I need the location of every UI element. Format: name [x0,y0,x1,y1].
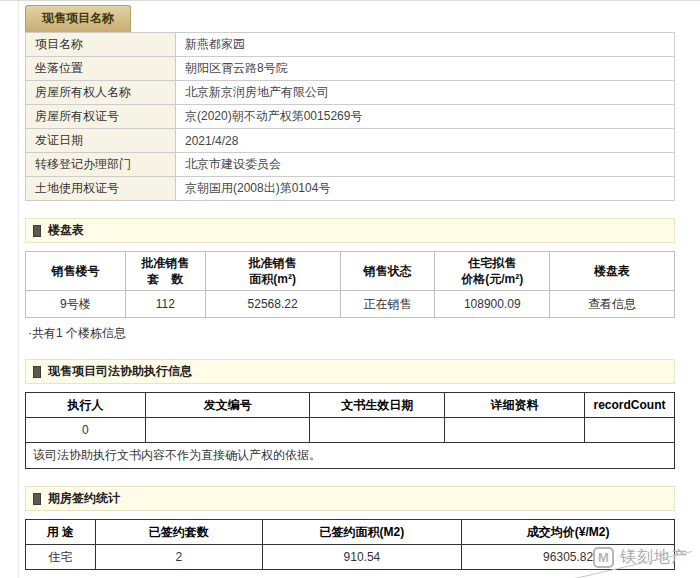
executor-cell: 0 [26,418,146,443]
view-info-link[interactable]: 查看信息 [588,297,636,311]
section-title: 楼盘表 [48,222,84,239]
building-number-cell: 9号楼 [26,291,126,318]
info-label: 项目名称 [26,33,176,57]
column-header: 发文编号 [145,393,310,418]
tab-current-sale-project[interactable]: 现售项目名称 [25,5,131,32]
info-value: 京(2020)朝不动产权第0015269号 [176,105,675,129]
table-row: 坐落位置 朝阳区霄云路8号院 [26,57,675,81]
tab-label: 现售项目名称 [42,11,114,25]
presale-stats-section-header: 期房签约统计 [25,486,675,511]
column-header: 已签约面积(M2) [262,520,462,545]
judicial-info-section-header: 现售项目司法协助执行信息 [25,359,675,384]
section-title: 现售项目司法协助执行信息 [48,363,192,380]
column-header: 已签约套数 [95,520,262,545]
table-row: 项目名称 新燕都家园 [26,33,675,57]
approved-area-cell: 52568.22 [205,291,340,318]
usage-cell: 住宅 [26,545,96,570]
info-value: 朝阳区霄云路8号院 [176,57,675,81]
signed-area-cell: 910.54 [262,545,462,570]
info-label: 房屋所有权证号 [26,105,176,129]
content: 现售项目名称 项目名称 新燕都家园 坐落位置 朝阳区霄云路8号院 房屋所有权人名… [25,1,675,578]
watermark: M 镁刻地产 [593,547,688,568]
info-label: 转移登记办理部门 [26,153,176,177]
page: 现售项目名称 项目名称 新燕都家园 坐落位置 朝阳区霄云路8号院 房屋所有权人名… [0,0,700,578]
info-label: 坐落位置 [26,57,176,81]
left-rule-divider [18,1,19,578]
column-header: 批准销售 面积(m²) [205,252,340,291]
column-header: 执行人 [26,393,146,418]
planned-price-cell: 108900.09 [435,291,550,318]
column-header: 用 途 [26,520,96,545]
building-table: 销售楼号 批准销售 套 数 批准销售 面积(m²) 销售状态 住宅拟售 价格(元… [25,251,675,318]
judicial-table: 执行人 发文编号 文书生效日期 详细资料 recordCount 0 该司法协助… [25,392,675,469]
info-label: 土地使用权证号 [26,177,176,201]
column-header: 销售状态 [340,252,435,291]
table-row: 房屋所有权人名称 北京新京润房地产有限公司 [26,81,675,105]
table-header-row: 销售楼号 批准销售 套 数 批准销售 面积(m²) 销售状态 住宅拟售 价格(元… [26,252,675,291]
table-row: 土地使用权证号 京朝国用(2008出)第0104号 [26,177,675,201]
section-marker-icon [33,493,41,505]
section-title: 期房签约统计 [48,490,120,507]
section-marker-icon [33,366,41,378]
table-header-row: 执行人 发文编号 文书生效日期 详细资料 recordCount [26,393,675,418]
info-value: 新燕都家园 [176,33,675,57]
table-header-row: 用 途 已签约套数 已签约面积(M2) 成交均价(¥/M2) [26,520,675,545]
building-table-section-header: 楼盘表 [25,218,675,243]
view-info-cell: 查看信息 [550,291,675,318]
info-value: 2021/4/28 [176,129,675,153]
doc-number-cell [145,418,310,443]
table-row: 9号楼 112 52568.22 正在销售 108900.09 查看信息 [26,291,675,318]
building-count-note: ·共有1 个楼栋信息 [28,325,675,342]
column-header: 成交均价(¥/M2) [462,520,675,545]
table-row: 该司法协助执行文书内容不作为直接确认产权的依据。 [26,443,675,469]
effective-date-cell [310,418,445,443]
approved-units-cell: 112 [125,291,205,318]
column-header: 批准销售 套 数 [125,252,205,291]
info-value: 京朝国用(2008出)第0104号 [176,177,675,201]
table-row: 转移登记办理部门 北京市建设委员会 [26,153,675,177]
table-row: 发证日期 2021/4/28 [26,129,675,153]
table-row: 0 [26,418,675,443]
info-value: 北京新京润房地产有限公司 [176,81,675,105]
detail-cell [445,418,585,443]
record-count-cell [584,418,674,443]
column-header: 销售楼号 [26,252,126,291]
column-header: 住宅拟售 价格(元/m²) [435,252,550,291]
column-header: recordCount [584,393,674,418]
signed-units-cell: 2 [95,545,262,570]
info-label: 发证日期 [26,129,176,153]
presale-table: 用 途 已签约套数 已签约面积(M2) 成交均价(¥/M2) 住宅 2 910.… [25,519,675,570]
info-label: 房屋所有权人名称 [26,81,176,105]
column-header: 文书生效日期 [310,393,445,418]
sale-status-cell: 正在销售 [340,291,435,318]
table-row: 住宅 2 910.54 96305.82 [26,545,675,570]
judicial-note: 该司法协助执行文书内容不作为直接确认产权的依据。 [26,443,675,469]
table-row: 房屋所有权证号 京(2020)朝不动产权第0015269号 [26,105,675,129]
info-value: 北京市建设委员会 [176,153,675,177]
column-header: 楼盘表 [550,252,675,291]
section-marker-icon [33,225,41,237]
meike-logo-icon: M [593,547,614,568]
column-header: 详细资料 [445,393,585,418]
project-info-table: 项目名称 新燕都家园 坐落位置 朝阳区霄云路8号院 房屋所有权人名称 北京新京润… [25,32,675,201]
